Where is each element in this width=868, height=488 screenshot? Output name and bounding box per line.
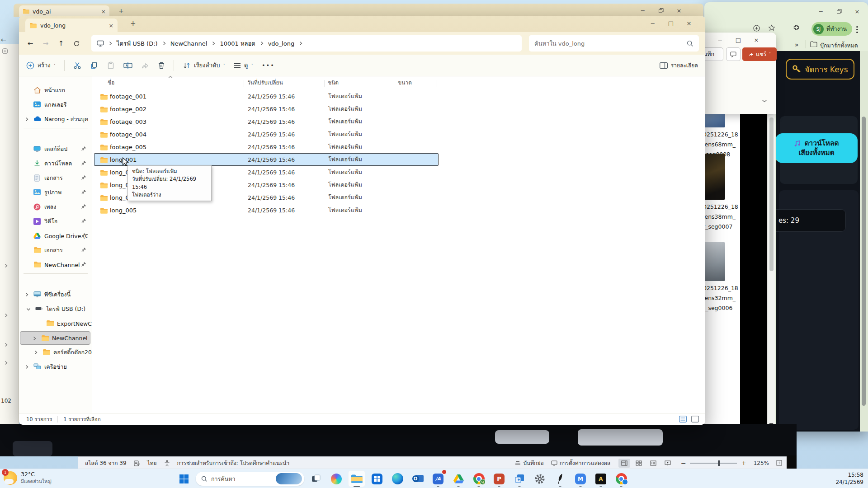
- taskbar-edge-button[interactable]: [389, 470, 406, 487]
- taskbar-search[interactable]: การค้นหา: [196, 472, 304, 486]
- chevron-right-icon[interactable]: [33, 350, 38, 355]
- search-icon[interactable]: [687, 40, 693, 47]
- search-highlight-image[interactable]: [276, 473, 302, 484]
- chevron-down-icon[interactable]: [26, 307, 31, 311]
- tab-close-icon[interactable]: ×: [101, 8, 106, 15]
- powerpoint-maximize-button[interactable]: □: [729, 34, 747, 45]
- spellcheck-icon[interactable]: [134, 460, 140, 466]
- rename-button[interactable]: [123, 61, 132, 70]
- bookmark-star-icon[interactable]: [768, 24, 775, 32]
- sidebar-item-newchannel[interactable]: NewChannel: [20, 258, 90, 272]
- powerpoint-comment-button[interactable]: [726, 47, 741, 61]
- chevron-right-icon[interactable]: [32, 336, 37, 341]
- zoom-slider[interactable]: [690, 463, 737, 464]
- taskbar-outlook-button[interactable]: O: [409, 470, 426, 487]
- sidebar-item-narong-ส่วนบุคคล[interactable]: Narong - ส่วนบุคคล: [20, 113, 90, 126]
- explorer-close-button[interactable]: ×: [680, 18, 698, 28]
- breadcrumb[interactable]: ไดรฟ์ USB (D:)NewChannel10001 หลอดvdo_lo…: [91, 35, 522, 52]
- sidebar-item-ดาวน์โหลด[interactable]: ดาวน์โหลด: [20, 157, 90, 170]
- background-minimize-button[interactable]: −: [634, 5, 652, 16]
- back-icon[interactable]: ←: [23, 39, 38, 47]
- bookmarks-overflow-chevrons[interactable]: »: [795, 41, 799, 48]
- language-indicator[interactable]: ไทย: [147, 459, 157, 467]
- powerpoint-close-button[interactable]: ×: [747, 34, 765, 45]
- explorer-maximize-button[interactable]: □: [662, 18, 680, 28]
- forward-icon[interactable]: →: [38, 39, 53, 47]
- search-input[interactable]: ค้นหาใน vdo_long: [529, 35, 699, 52]
- fit-slide-icon[interactable]: [776, 460, 782, 466]
- bookmarks-all-label[interactable]: บุ๊กมาร์กทั้งหมด: [820, 41, 858, 50]
- new-button[interactable]: สร้าง ˅: [26, 61, 56, 70]
- new-tab-icon[interactable]: +: [130, 19, 136, 28]
- sidebar-item-หน้าแรก[interactable]: หน้าแรก: [20, 84, 90, 97]
- video-thumbnail[interactable]: [703, 154, 725, 200]
- page-zoom-icon[interactable]: [753, 25, 760, 32]
- sidebar-item-รูปภาพ[interactable]: รูปภาพ: [20, 186, 90, 199]
- manage-keys-button[interactable]: จัดการ Keys: [786, 59, 854, 80]
- tree-chevron-icon[interactable]: [4, 343, 8, 347]
- sidebar-item-exportnewchanel[interactable]: ExportNewChanel: [20, 317, 90, 330]
- slide-sorter-icon[interactable]: [633, 459, 645, 468]
- taskbar-chrome-work-profile-button[interactable]: SJ: [470, 470, 487, 487]
- tree-chevron-icon[interactable]: [4, 313, 8, 318]
- browser-minimize-button[interactable]: −: [812, 6, 830, 17]
- tab-close-icon[interactable]: ×: [109, 22, 113, 29]
- sidebar-item-เพลง[interactable]: เพลง: [20, 200, 90, 214]
- details-pane-button[interactable]: รายละเอียด: [660, 61, 698, 70]
- scroll-thumb[interactable]: [769, 117, 774, 271]
- taskbar-file-explorer-button[interactable]: [348, 470, 365, 487]
- background-restore-button[interactable]: [652, 5, 670, 16]
- details-view-toggle-icon[interactable]: [679, 416, 687, 422]
- sidebar-item-newchannel[interactable]: NewChannel: [20, 331, 90, 345]
- breadcrumb-item[interactable]: NewChannel: [170, 40, 208, 47]
- explorer-active-tab[interactable]: vdo_long ×: [25, 19, 118, 32]
- accessibility-status[interactable]: การช่วยสำหรับการเข้าถึง: โปรดศึกษาคำแนะน…: [177, 459, 290, 467]
- sort-button[interactable]: เรียงลำดับ ˅: [183, 61, 225, 70]
- breadcrumb-item[interactable]: vdo_long: [268, 40, 294, 47]
- taskbar-copilot-button[interactable]: [328, 470, 345, 487]
- sidebar-item-ไดรฟ์-usb-d-[interactable]: ไดรฟ์ USB (D:): [20, 302, 90, 316]
- chevron-right-icon[interactable]: [24, 292, 29, 297]
- up-icon[interactable]: ↑: [53, 39, 69, 47]
- browser-close-button[interactable]: ×: [848, 6, 866, 17]
- sidebar-item-เดสก์ท็อป[interactable]: เดสก์ท็อป: [20, 142, 90, 156]
- start-button[interactable]: [175, 470, 193, 487]
- column-header-name[interactable]: ชื่อ: [108, 78, 114, 87]
- taskbar-m-app-button[interactable]: M: [572, 470, 589, 487]
- sidebar-item-เอกสาร[interactable]: เอกสาร: [20, 171, 90, 185]
- sidebar-item-google-drive-g-[interactable]: Google Drive (G:: [20, 229, 90, 243]
- reading-view-icon[interactable]: [647, 459, 659, 468]
- column-header-size[interactable]: ขนาด: [398, 78, 412, 87]
- explorer-minimize-button[interactable]: −: [644, 18, 662, 28]
- sidebar-item-คอร์สติ๊กต๊อก2026[interactable]: คอร์สติ๊กต๊อก2026: [20, 346, 90, 359]
- taskbar-settings-gear-button[interactable]: [531, 470, 548, 487]
- view-button[interactable]: ดู ˅: [234, 61, 253, 70]
- taskbar-task-view-button[interactable]: [307, 470, 325, 487]
- breadcrumb-item[interactable]: ไดรฟ์ USB (D:): [117, 39, 158, 48]
- video-thumbnail[interactable]: [703, 242, 725, 281]
- file-row-footage_004[interactable]: footage_00424/1/2569 15:46โฟลเดอร์แฟ้ม: [94, 128, 439, 141]
- notes-button[interactable]: บันทึกย่อ: [515, 459, 543, 467]
- breadcrumb-item[interactable]: 10001 หลอด: [220, 39, 255, 48]
- taskbar-weather-widget[interactable]: 1 32°C มีแดดส่วนใหญ่: [4, 471, 52, 485]
- file-row-long_005[interactable]: long_00524/1/2569 15:46โฟลเดอร์แฟ้ม: [94, 204, 439, 216]
- file-row-footage_005[interactable]: footage_00524/1/2569 15:46โฟลเดอร์แฟ้ม: [94, 141, 439, 153]
- taskbar-a-app-button[interactable]: A: [592, 470, 609, 487]
- powerpoint-minimize-button[interactable]: −: [711, 34, 729, 45]
- powerpoint-share-button[interactable]: แชร์ ˅: [742, 47, 777, 61]
- browser-restore-button[interactable]: [830, 6, 848, 17]
- background-close-button[interactable]: ×: [670, 5, 688, 16]
- display-settings-button[interactable]: การตั้งค่าการแสดงผล: [551, 459, 610, 467]
- browser-profile-chip[interactable]: SJ ที่ทำงาน: [811, 22, 852, 36]
- normal-view-icon[interactable]: [618, 459, 630, 468]
- large-icons-toggle-icon[interactable]: [691, 416, 699, 422]
- refresh-icon[interactable]: [69, 40, 84, 47]
- zoom-in-icon[interactable]: +: [741, 460, 746, 466]
- taskbar-google-drive-button[interactable]: [450, 470, 467, 487]
- copy-button[interactable]: [90, 61, 98, 70]
- taskbar-microsoft-store-button[interactable]: [368, 470, 386, 487]
- file-row-long_001[interactable]: long_00124/1/2569 15:46โฟลเดอร์แฟ้ม: [94, 153, 439, 166]
- taskbar-quill-app-button[interactable]: [552, 470, 569, 487]
- sidebar-item-เครือข่าย[interactable]: เครือข่าย: [20, 360, 90, 374]
- cut-button[interactable]: [73, 61, 81, 70]
